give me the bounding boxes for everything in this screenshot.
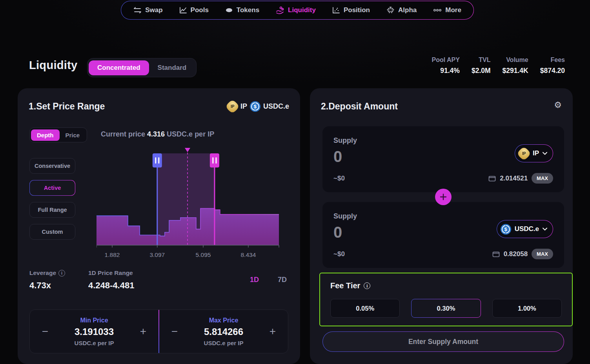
fee-tier-section: Fee Tier i 0.05% 0.30% 1.00% (319, 273, 573, 326)
timeframe-7d[interactable]: 7D (278, 276, 287, 284)
depth-price-toggle: Depth Price (29, 127, 87, 142)
token-select-ip[interactable]: IP IP (515, 144, 553, 162)
nav-item-label: More (445, 6, 461, 14)
liquidity-page: Swap Pools Tokens Liquidity Position Alp… (0, 0, 590, 364)
current-price-marker (185, 148, 190, 152)
svg-text:3.097: 3.097 (149, 251, 165, 258)
max-price-increase-button[interactable]: + (266, 325, 279, 338)
nav-item-label: Position (344, 6, 370, 14)
min-price-increase-button[interactable]: + (137, 325, 150, 338)
deposit-amount-card: 2.Deposit Amount ⚙ Supply 0 IP IP ~$0 2.… (310, 88, 573, 364)
deposit-card-title: 2.Deposit Amount (321, 101, 398, 112)
preset-conservative[interactable]: Conservative (29, 158, 75, 174)
wallet-balance: 2.014521 (500, 175, 528, 182)
nav-item-swap[interactable]: Swap (133, 6, 162, 14)
timeframe-1d[interactable]: 1D (250, 276, 259, 284)
stat-value: $874.20 (540, 67, 565, 75)
stat-value: $2.0M (472, 67, 491, 75)
stat-label: Pool APY (432, 56, 460, 64)
token-select-usdce[interactable]: $ USDC.e (497, 220, 553, 238)
min-price-label: Min Price (52, 317, 137, 324)
min-price-decrease-button[interactable]: − (38, 325, 52, 338)
nav-item-more[interactable]: More (433, 6, 461, 14)
view-option-price[interactable]: Price (60, 129, 86, 141)
wallet-icon (488, 175, 496, 182)
stat-pool-apy: Pool APY 91.4% (432, 56, 460, 75)
min-max-price-panel: − Min Price 3.191033 USDC.e per IP + − M… (29, 309, 288, 353)
set-price-range-card: 1.Set Price Range IP IP $ USDC.e Depth P… (18, 88, 300, 364)
current-price-value: 4.316 (147, 130, 165, 138)
supply-box-ip: Supply 0 IP IP ~$0 2.014521 MAX (322, 126, 564, 192)
nav-item-label: Alpha (398, 6, 417, 14)
stat-volume: Volume $291.4K (503, 56, 528, 75)
chevron-down-icon (543, 228, 547, 231)
fee-option-100[interactable]: 1.00% (492, 299, 562, 318)
enter-supply-amount-button[interactable]: Enter Supply Amount (322, 331, 564, 352)
more-icon (433, 9, 442, 12)
max-price-label: Max Price (181, 317, 266, 324)
nav-item-liquidity[interactable]: Liquidity (276, 6, 316, 14)
add-pair-button[interactable] (435, 189, 452, 205)
nav-item-label: Swap (145, 6, 162, 14)
max-button[interactable]: MAX (532, 173, 553, 184)
info-icon[interactable]: i (58, 270, 65, 277)
pair-token1-label: USDC.e (263, 102, 289, 111)
stat-label: Fees (540, 56, 565, 64)
preset-custom[interactable]: Custom (29, 224, 75, 240)
stat-value: $291.4K (503, 67, 528, 75)
ip-token-icon: IP (516, 146, 531, 161)
price-range-1d-label: 1D Price Range (88, 269, 133, 277)
leverage-label: Leverage i (29, 269, 65, 277)
max-price-section: − Max Price 5.814266 USDC.e per IP + (159, 310, 288, 353)
liquidity-icon (276, 6, 284, 14)
gear-icon[interactable]: ⚙ (554, 101, 562, 109)
stat-value: 91.4% (432, 67, 460, 75)
nav-item-alpha[interactable]: Alpha (386, 6, 417, 14)
range-presets: Conservative Active Full Range Custom (29, 158, 75, 240)
nav-item-position[interactable]: Position (332, 6, 370, 14)
stat-label: Volume (503, 56, 528, 64)
fee-tier-title: Fee Tier i (330, 281, 562, 290)
mode-option-standard[interactable]: Standard (149, 60, 195, 75)
svg-text:1.882: 1.882 (105, 251, 120, 258)
fee-option-005[interactable]: 0.05% (330, 299, 400, 318)
info-icon[interactable]: i (364, 282, 370, 289)
leverage-label-text: Leverage (29, 269, 56, 277)
usdc-token-icon: $ (501, 224, 511, 235)
liquidity-depth-chart[interactable]: 1.8823.0975.0958.434 (97, 146, 280, 262)
pair-token0-label: IP (240, 102, 247, 111)
stat-label: TVL (472, 56, 491, 64)
wallet-icon (492, 251, 500, 257)
price-range-card-title: 1.Set Price Range (29, 101, 105, 112)
mode-option-concentrated[interactable]: Concentrated (89, 60, 149, 75)
nav-item-pools[interactable]: Pools (179, 6, 209, 14)
wallet-balance: 0.82058 (504, 250, 528, 258)
nav-item-label: Liquidity (288, 6, 316, 14)
current-price-prefix: Current price (101, 130, 145, 138)
preset-active[interactable]: Active (29, 180, 75, 196)
max-price-decrease-button[interactable]: − (168, 325, 181, 338)
supply-label: Supply (333, 136, 553, 145)
view-option-depth[interactable]: Depth (31, 129, 60, 141)
nav-item-tokens[interactable]: Tokens (225, 6, 259, 14)
chevron-down-icon (543, 152, 547, 155)
fee-option-030[interactable]: 0.30% (411, 299, 481, 318)
stat-tvl: TVL $2.0M (472, 56, 491, 75)
alpha-icon (386, 6, 395, 14)
tokens-icon (225, 7, 233, 13)
price-range-1d-value: 4.248-4.481 (88, 280, 134, 291)
svg-text:8.434: 8.434 (241, 251, 256, 258)
plus-icon (439, 193, 447, 201)
max-button[interactable]: MAX (532, 249, 553, 259)
token-select-label: IP (533, 149, 539, 157)
min-price-value[interactable]: 3.191033 (52, 326, 137, 337)
pool-stats: Pool APY 91.4% TVL $2.0M Volume $291.4K … (432, 56, 565, 75)
supply-usd-value: ~$0 (333, 175, 345, 182)
preset-full-range[interactable]: Full Range (29, 202, 75, 218)
pools-icon (179, 7, 187, 14)
submit-button-label: Enter Supply Amount (323, 332, 564, 351)
max-price-value[interactable]: 5.814266 (181, 326, 266, 337)
supply-label: Supply (333, 212, 553, 220)
nav-item-label: Tokens (237, 6, 259, 14)
current-price: Current price 4.316 USDC.e per IP (101, 130, 214, 138)
